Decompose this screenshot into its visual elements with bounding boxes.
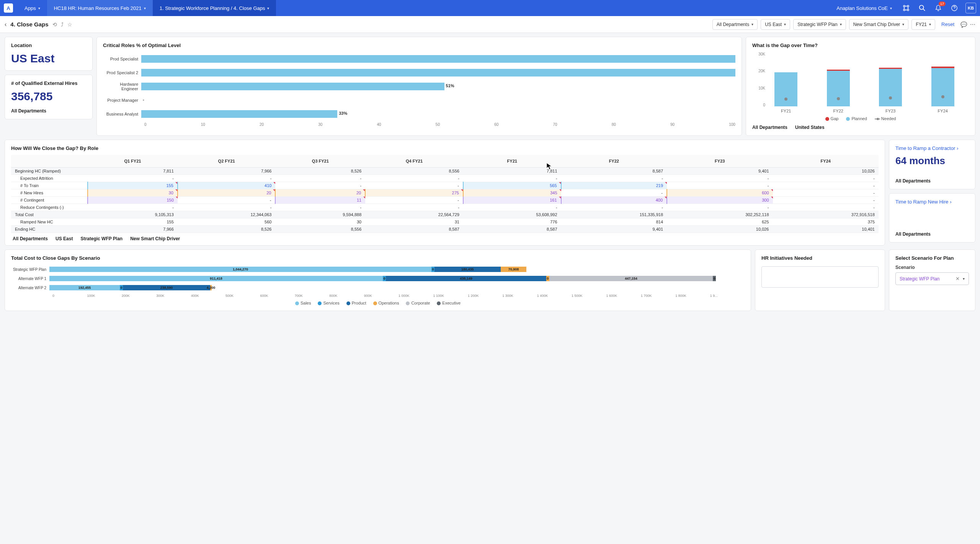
share-icon[interactable]: ⤴ xyxy=(61,21,64,28)
nav-workspace[interactable]: Anaplan Solutions CoE▾ xyxy=(833,0,895,16)
help-icon[interactable] xyxy=(949,3,959,13)
table-cell: 814 xyxy=(561,218,667,226)
table-cell: - xyxy=(88,175,178,182)
svg-point-1 xyxy=(907,5,909,7)
table-cell[interactable]: 155 xyxy=(88,182,178,189)
location-title: Location xyxy=(11,42,86,48)
refresh-icon[interactable]: ⟲ xyxy=(52,21,57,28)
table-cell[interactable]: - xyxy=(773,197,879,204)
search-icon[interactable] xyxy=(917,3,927,13)
stacked-bar-row: Alternate WFP 2192,4550238,5904,200 xyxy=(11,283,745,292)
table-cell[interactable]: 410 xyxy=(178,182,276,189)
critical-bar: Project Manager- xyxy=(103,93,735,107)
table-row: # Contingent150-11-161400300- xyxy=(11,197,879,204)
total-cost-axis: 0100K200K300K400K500K600K700K800K900K1 0… xyxy=(52,294,745,298)
table-cell: 10,026 xyxy=(667,226,773,233)
table-cell: 8,587 xyxy=(365,226,463,233)
table-cell: 155 xyxy=(88,218,178,226)
critical-bar: Prod Specialist xyxy=(103,52,735,66)
model-map-icon[interactable] xyxy=(901,3,911,13)
ramp-contractor-link[interactable]: Time to Ramp a Contractor› xyxy=(895,145,969,151)
star-icon[interactable]: ☆ xyxy=(67,21,72,28)
table-cell: 9,594,888 xyxy=(275,211,365,218)
table-cell[interactable]: - xyxy=(561,189,667,197)
table-cell: 625 xyxy=(667,218,773,226)
table-cell: 9,105,313 xyxy=(88,211,178,218)
filter-department[interactable]: All Departments▾ xyxy=(712,19,758,30)
nav-model[interactable]: HC18 HR: Human Resources Feb 2021▾ xyxy=(47,0,153,16)
table-cell[interactable]: - xyxy=(773,182,879,189)
gap-bar-group: FY23 xyxy=(872,53,909,113)
hr-init-input[interactable] xyxy=(761,266,879,288)
app-logo[interactable]: A xyxy=(4,3,13,13)
card-location: Location US East xyxy=(5,37,93,71)
table-cell: - xyxy=(178,204,276,211)
user-avatar[interactable]: KB xyxy=(965,3,976,13)
critical-bar: Business Analyst33% xyxy=(103,107,735,121)
table-cell[interactable]: - xyxy=(178,197,276,204)
table-cell[interactable]: - xyxy=(275,182,365,189)
svg-point-3 xyxy=(907,9,909,11)
hires-sub: All Departments xyxy=(11,108,86,114)
chevron-right-icon: › xyxy=(957,145,958,151)
table-row: Total Cost9,105,31312,344,0639,594,88822… xyxy=(11,211,879,218)
card-scenario: Select Scenario For Plan Scenario Strate… xyxy=(889,249,975,311)
table-cell[interactable]: 300 xyxy=(667,197,773,204)
table-cell[interactable]: 30 xyxy=(88,189,178,197)
table-row: # New Hires302020275345-600- xyxy=(11,189,879,197)
ramp-hire-link[interactable]: Time to Ramp New Hire› xyxy=(895,199,969,205)
notifications-icon[interactable]: 17 xyxy=(933,3,943,13)
table-cell[interactable]: 20 xyxy=(275,189,365,197)
nav-apps[interactable]: Apps▾ xyxy=(18,0,47,16)
table-cell[interactable]: 219 xyxy=(561,182,667,189)
card-total-cost: Total Cost to Close Gaps By Scenario Str… xyxy=(5,249,751,311)
filter-region[interactable]: US East▾ xyxy=(761,19,790,30)
table-cell: 7,966 xyxy=(178,168,276,175)
table-cell[interactable]: - xyxy=(365,182,463,189)
comment-icon[interactable]: 💬 xyxy=(960,21,967,28)
gap-title: What is the Gap over Time? xyxy=(752,42,969,48)
table-cell: - xyxy=(667,204,773,211)
more-icon[interactable]: ⋯ xyxy=(970,21,975,28)
table-cell[interactable]: 20 xyxy=(178,189,276,197)
table-cell: - xyxy=(365,175,463,182)
table-cell: - xyxy=(773,175,879,182)
back-icon[interactable]: ‹ xyxy=(5,21,7,28)
clear-icon[interactable]: ✕ xyxy=(956,276,960,282)
chevron-right-icon: › xyxy=(950,199,951,205)
gap-chart: 30K20K10K0 FY21 FY22 FY23 FY24 xyxy=(752,52,969,113)
ramp-hire-sub: All Departments xyxy=(895,231,969,237)
table-cell[interactable]: 600 xyxy=(667,189,773,197)
table-cell[interactable]: 400 xyxy=(561,197,667,204)
table-cell[interactable]: 345 xyxy=(463,189,561,197)
scenario-select[interactable]: Strategic WFP Plan ✕ ▾ xyxy=(895,272,969,285)
filter-driver[interactable]: New Smart Chip Driver▾ xyxy=(849,19,909,30)
gap-table-title: How Will We Close the Gap? By Role xyxy=(11,145,879,151)
card-hires: # of Qualified External Hires 356,785 Al… xyxy=(5,75,93,119)
gap-table-context: All DepartmentsUS EastStrategic WFP Plan… xyxy=(11,236,879,241)
table-cell: 30 xyxy=(275,218,365,226)
table-cell[interactable]: - xyxy=(667,182,773,189)
table-cell[interactable]: 565 xyxy=(463,182,561,189)
filter-plan[interactable]: Strategic WFP Plan▾ xyxy=(793,19,846,30)
table-cell: - xyxy=(667,175,773,182)
table-cell[interactable]: - xyxy=(365,197,463,204)
table-cell[interactable]: 275 xyxy=(365,189,463,197)
table-row: Ending HC7,9668,5268,5568,5878,5879,4011… xyxy=(11,226,879,233)
table-cell[interactable]: 150 xyxy=(88,197,178,204)
nav-breadcrumb[interactable]: 1. Strategic Workforce Planning / 4. Clo… xyxy=(153,0,276,16)
table-cell: - xyxy=(773,204,879,211)
critical-title: Critical Roles % of Optimal Level xyxy=(103,42,735,48)
ramp-contractor-value: 64 months xyxy=(895,155,969,167)
table-cell[interactable]: - xyxy=(773,189,879,197)
reset-button[interactable]: Reset xyxy=(938,21,957,27)
filter-year[interactable]: FY21▾ xyxy=(911,19,935,30)
gap-table[interactable]: Q1 FY21Q2 FY21Q3 FY21Q4 FY21FY21FY22FY23… xyxy=(11,155,879,233)
gap-bar-group: FY24 xyxy=(924,53,962,113)
table-cell[interactable]: 161 xyxy=(463,197,561,204)
table-cell: - xyxy=(275,175,365,182)
table-cell[interactable]: 11 xyxy=(275,197,365,204)
hires-value: 356,785 xyxy=(11,90,86,103)
table-cell: 8,526 xyxy=(178,226,276,233)
card-ramp-hire: Time to Ramp New Hire› All Departments xyxy=(889,193,975,243)
